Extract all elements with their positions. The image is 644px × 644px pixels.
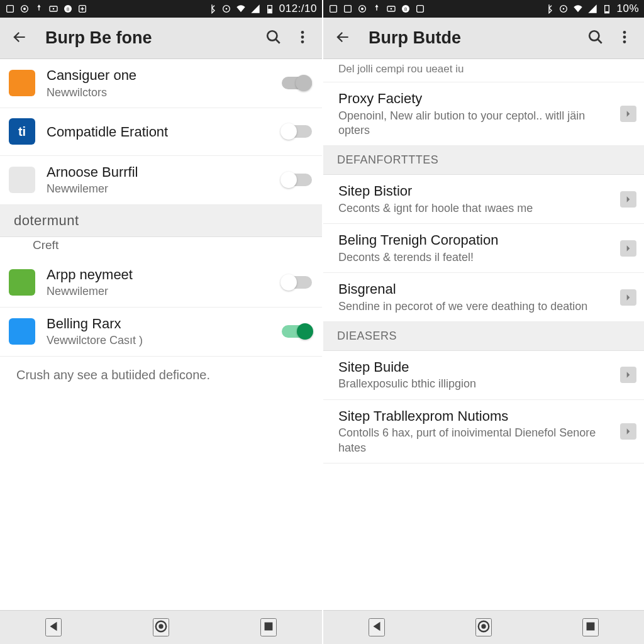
- status-bar: 8 10%: [323, 0, 644, 18]
- list-item[interactable]: Arnoose Burrfil Newwilemer: [0, 156, 322, 205]
- svg-rect-18: [264, 623, 272, 631]
- list-item[interactable]: Arpp neymeet Newwilemer: [0, 258, 322, 308]
- status-right-icons: 10%: [544, 3, 639, 15]
- triangle-back-icon: [370, 619, 384, 633]
- wifi-icon: [236, 4, 246, 14]
- status-clock: 012:/10: [279, 3, 317, 15]
- signal-icon: [587, 4, 597, 14]
- svg-point-29: [563, 8, 565, 10]
- back-button[interactable]: [5, 23, 34, 53]
- item-subtitle: Contolls 6 hax, purt of inoivimental Die…: [338, 426, 610, 455]
- list-item[interactable]: Sitep Bistior Ceconts & ignt for hoole t…: [323, 175, 644, 224]
- item-subtitle: Sendine in pecorot of we vere deathing t…: [338, 299, 610, 314]
- svg-point-4: [53, 8, 55, 10]
- toggle-switch[interactable]: [282, 276, 312, 289]
- toggle-switch[interactable]: [282, 325, 312, 338]
- status-right-icons: 012:/10: [207, 3, 317, 15]
- list-item[interactable]: Belling Rarx Vewwilctore Casıt ): [0, 308, 322, 357]
- chevron-right-icon: [620, 191, 636, 208]
- list-item[interactable]: Sitep Buide Brallexposulic bthic illipgi…: [323, 351, 644, 400]
- nav-bar: [0, 610, 322, 644]
- status-icon: [19, 4, 30, 14]
- search-icon: [587, 29, 604, 45]
- toggle-switch[interactable]: [282, 125, 312, 138]
- search-icon: [265, 29, 282, 45]
- nav-recent[interactable]: [582, 618, 599, 636]
- status-icon: [372, 4, 382, 14]
- bluetooth-icon: [544, 4, 554, 14]
- app-icon: [9, 269, 35, 296]
- list-item[interactable]: Bisgrenal Sendine in pecorot of we vere …: [323, 273, 644, 322]
- app-title: Burp Be fone: [45, 28, 259, 48]
- svg-point-37: [481, 624, 486, 628]
- nav-back[interactable]: [45, 618, 62, 636]
- status-icon: [34, 4, 44, 14]
- settings-list[interactable]: Cansiguer one Newwilctors ti Compatidle …: [0, 59, 322, 610]
- nav-recent[interactable]: [260, 618, 277, 636]
- item-title: Compatidle Erationt: [47, 123, 275, 141]
- search-button[interactable]: [259, 23, 288, 53]
- item-title: Belling Rarx: [47, 315, 275, 333]
- status-left-icons: 8: [5, 4, 87, 14]
- item-subtitle: Ceconts & ignt for hoole that ıwaes me: [338, 201, 610, 216]
- item-title: Bisgrenal: [338, 280, 610, 298]
- search-button[interactable]: [581, 23, 610, 53]
- svg-point-13: [301, 31, 304, 34]
- nav-bar: [323, 610, 644, 644]
- app-bar: Burp Be fone: [0, 18, 322, 59]
- item-title: Proxy Faciety: [338, 90, 610, 108]
- svg-point-33: [623, 31, 626, 34]
- list-item[interactable]: Sitep Trabllexprom Nutioms Contolls 6 ha…: [323, 400, 644, 464]
- toggle-switch[interactable]: [282, 174, 312, 186]
- status-icon: [328, 4, 338, 14]
- status-icon: [386, 4, 396, 14]
- item-subtitle: Newwilctors: [47, 86, 275, 100]
- list-item[interactable]: ti Compatidle Erationt: [0, 108, 322, 156]
- section-header: DEFANFORTTTES: [323, 146, 644, 175]
- chevron-right-icon: [620, 423, 636, 440]
- status-bar: 8 012:/10: [0, 0, 322, 18]
- toggle-switch[interactable]: [282, 77, 312, 89]
- section-header: dotermunt: [0, 205, 322, 237]
- svg-point-34: [623, 36, 626, 39]
- section-sub: Creft: [0, 237, 322, 258]
- location-icon: [558, 4, 569, 14]
- item-title: Beling Trenigh Coropation: [338, 231, 610, 249]
- settings-list[interactable]: Del jolli cempi rou ueaet iu Proxy Facie…: [323, 59, 644, 610]
- item-subtitle: Openoinl, New alir bution to your ceptol…: [338, 109, 610, 138]
- svg-text:8: 8: [67, 6, 70, 12]
- svg-text:8: 8: [404, 6, 408, 12]
- status-icon: [357, 4, 367, 14]
- nav-home[interactable]: [475, 618, 492, 636]
- item-title: Sitep Buide: [338, 358, 610, 376]
- status-icon: 8: [63, 4, 73, 14]
- svg-rect-20: [345, 6, 352, 13]
- back-icon: [335, 29, 351, 45]
- status-icon: [343, 4, 353, 14]
- app-bar: Burp Butde: [323, 18, 644, 59]
- chevron-right-icon: [620, 240, 636, 257]
- list-item[interactable]: Proxy Faciety Openoinl, New alir bution …: [323, 82, 644, 146]
- more-button[interactable]: [610, 23, 639, 53]
- chevron-right-icon: [620, 367, 636, 383]
- location-icon: [221, 4, 231, 14]
- item-subtitle: Brallexposulic bthic illipgion: [338, 377, 610, 391]
- item-title: Sitep Bistior: [338, 182, 610, 200]
- nav-back[interactable]: [369, 618, 385, 636]
- list-item[interactable]: Beling Trenigh Coropation Deconts & tere…: [323, 224, 644, 273]
- status-icon: 8: [401, 4, 411, 14]
- phone-left: 8 012:/10 Burp Be fone Cansiguer one: [0, 0, 322, 644]
- svg-rect-11: [268, 9, 271, 13]
- status-icon: [77, 4, 87, 14]
- back-button[interactable]: [328, 23, 357, 53]
- svg-rect-19: [330, 6, 337, 13]
- item-subtitle: Vewwilctore Casıt ): [47, 333, 275, 348]
- status-left-icons: 8: [328, 4, 425, 14]
- battery-icon: [602, 4, 612, 14]
- battery-icon: [265, 4, 275, 14]
- nav-home[interactable]: [153, 618, 169, 636]
- list-item[interactable]: Cansiguer one Newwilctors: [0, 59, 322, 108]
- footer-note: Crush any see a butiided deficone.: [0, 357, 322, 394]
- item-title: Sitep Trabllexprom Nutioms: [338, 408, 610, 425]
- more-button[interactable]: [288, 23, 317, 53]
